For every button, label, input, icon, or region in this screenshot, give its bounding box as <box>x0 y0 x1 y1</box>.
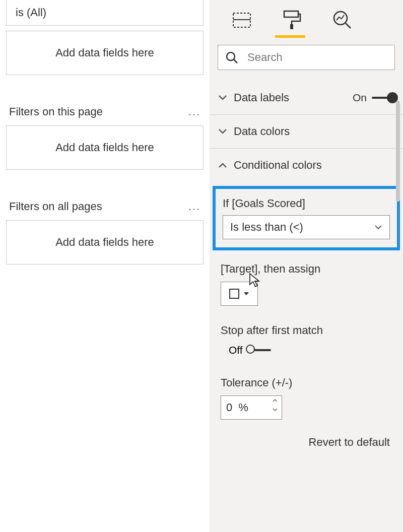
conditional-colors-label: Conditional colors <box>234 159 395 172</box>
all-pages-filters-dropzone[interactable]: Add data fields here <box>6 220 204 264</box>
analytics-icon <box>332 10 353 30</box>
conditional-colors-row[interactable]: Conditional colors <box>218 149 395 182</box>
svg-rect-3 <box>290 24 293 29</box>
target-assign-label: [Target], then assign <box>221 262 392 276</box>
svg-marker-8 <box>244 292 249 295</box>
revert-to-default-link[interactable]: Revert to default <box>210 420 403 449</box>
active-filter-text: is (All) <box>7 0 203 25</box>
dropzone-placeholder: Add data fields here <box>55 46 154 59</box>
tab-fields[interactable] <box>227 8 257 32</box>
data-labels-row[interactable]: Data labels On <box>218 81 395 114</box>
stepper-icon[interactable] <box>272 398 279 416</box>
target-assign-section: [Target], then assign <box>210 250 403 306</box>
color-swatch-empty-icon <box>229 289 239 299</box>
tolerance-unit: % <box>238 401 248 414</box>
page-filters-header: Filters on this page ... <box>6 95 204 125</box>
all-pages-filters-more-icon[interactable]: ... <box>188 200 200 213</box>
visualizations-pane: Data labels On Data colors Conditional c… <box>210 0 403 532</box>
toggle-state-text: On <box>353 92 367 104</box>
condition-if-label: If [Goals Scored] <box>223 197 390 210</box>
revert-label: Revert to default <box>309 436 390 448</box>
caret-down-icon <box>243 292 249 296</box>
data-colors-label: Data colors <box>234 125 395 138</box>
chevron-down-icon <box>218 95 228 101</box>
svg-point-6 <box>227 52 235 60</box>
svg-line-5 <box>346 23 351 28</box>
conditional-if-highlight: If [Goals Scored] Is less than (<) <box>213 186 400 250</box>
stop-after-label: Stop after first match <box>221 324 392 337</box>
data-colors-row[interactable]: Data colors <box>218 115 395 148</box>
data-labels-toggle[interactable]: On <box>353 92 395 104</box>
page-filters-dropzone[interactable]: Add data fields here <box>6 125 204 170</box>
paint-roller-icon <box>283 10 301 30</box>
condition-operator-select[interactable]: Is less than (<) <box>223 215 390 239</box>
fields-icon <box>233 13 251 28</box>
filters-pane: is (All) Add data fields here Filters on… <box>0 0 210 532</box>
assign-color-picker[interactable] <box>221 282 258 306</box>
dropzone-placeholder: Add data fields here <box>55 236 154 249</box>
tolerance-value: 0 <box>226 401 232 414</box>
chevron-down-icon <box>218 128 228 135</box>
toggle-state-text: Off <box>229 344 243 356</box>
all-pages-filters-title: Filters on all pages <box>9 200 102 213</box>
all-pages-filters-header: Filters on all pages ... <box>6 190 204 220</box>
chevron-up-icon <box>218 162 228 168</box>
stop-after-section: Stop after first match Off <box>210 306 403 356</box>
active-filter-card[interactable]: is (All) <box>6 0 204 26</box>
format-search[interactable] <box>218 45 395 70</box>
tab-analytics[interactable] <box>327 8 358 32</box>
tab-format-underline <box>275 35 305 38</box>
pane-tabs <box>210 0 403 32</box>
page-filters-more-icon[interactable]: ... <box>188 105 200 118</box>
tolerance-label: Tolerance (+/-) <box>221 376 392 389</box>
data-labels-label: Data labels <box>234 91 353 104</box>
tab-format[interactable] <box>277 8 307 32</box>
chevron-down-icon <box>374 225 382 230</box>
tolerance-input[interactable]: 0 % <box>221 395 282 420</box>
search-icon <box>225 51 238 64</box>
condition-operator-value: Is less than (<) <box>230 221 303 234</box>
stop-after-toggle[interactable]: Off <box>229 344 392 356</box>
svg-line-7 <box>234 59 237 63</box>
search-input[interactable] <box>246 50 387 64</box>
svg-rect-2 <box>284 11 298 17</box>
dropzone-placeholder: Add data fields here <box>55 141 154 154</box>
tolerance-section: Tolerance (+/-) 0 % <box>210 356 403 420</box>
scrollbar[interactable] <box>396 101 400 202</box>
visual-filters-dropzone[interactable]: Add data fields here <box>6 31 204 75</box>
page-filters-title: Filters on this page <box>9 105 103 118</box>
format-properties: Data labels On Data colors Conditional c… <box>210 81 403 182</box>
